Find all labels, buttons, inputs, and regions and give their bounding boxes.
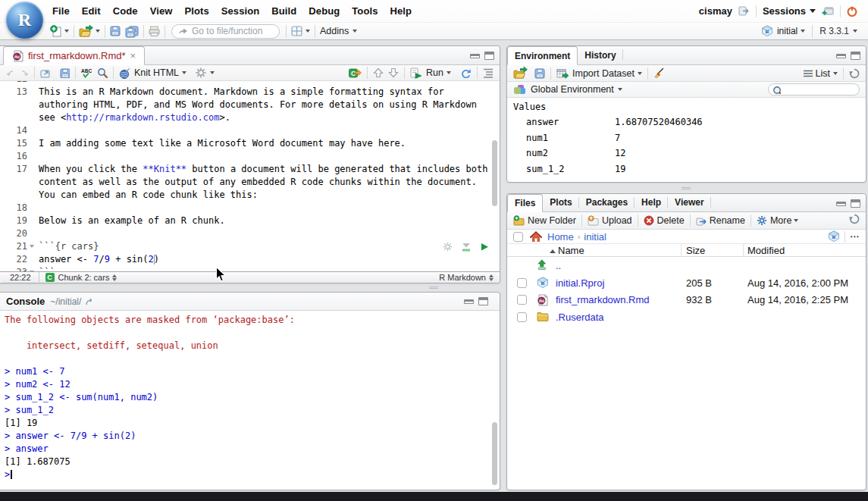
minimize-console-icon[interactable]	[464, 299, 474, 304]
row-checkbox[interactable]	[517, 295, 527, 305]
popout-icon[interactable]	[40, 67, 51, 78]
import-dataset-icon[interactable]	[556, 68, 569, 79]
run-button[interactable]: Run	[426, 67, 443, 78]
menu-view[interactable]: View	[144, 5, 179, 17]
forward-icon[interactable]	[20, 70, 29, 77]
open-file-icon[interactable]	[79, 26, 91, 37]
minimize-files-icon[interactable]	[836, 202, 846, 206]
file-name[interactable]: .Ruserdata	[556, 312, 604, 323]
file-row-initial.Rproj[interactable]: initial.Rproj205 BAug 14, 2016, 2:00 PM	[507, 274, 866, 292]
column-name[interactable]: Name	[558, 245, 584, 256]
refresh-environment-icon[interactable]	[849, 68, 860, 79]
new-file-icon[interactable]	[50, 25, 61, 37]
column-size[interactable]: Size	[686, 245, 705, 256]
clear-workspace-icon[interactable]	[653, 67, 665, 79]
pane-layout-caret-icon[interactable]	[306, 30, 310, 33]
more-caret-icon[interactable]	[794, 219, 798, 222]
delete-button[interactable]: Delete	[657, 215, 685, 226]
more-icon[interactable]	[757, 215, 767, 226]
tab-viewer[interactable]: Viewer	[668, 193, 710, 211]
horizontal-splitter-left[interactable]	[429, 287, 438, 287]
list-view-button[interactable]: List	[816, 68, 830, 79]
r-version-selector[interactable]: R 3.3.1	[819, 26, 849, 36]
fold-arrow-icon[interactable]	[30, 245, 34, 248]
knit-caret-icon[interactable]	[182, 71, 186, 74]
chunk-selector[interactable]: Chunk 2: cars	[58, 273, 110, 282]
console-output[interactable]: The following objects are masked from ‘p…	[0, 311, 500, 490]
environment-scope-selector[interactable]: Global Environment	[531, 84, 614, 95]
project-selector[interactable]: initial	[777, 26, 797, 36]
print-icon[interactable]	[149, 26, 160, 36]
tab-packages[interactable]: Packages	[579, 193, 635, 211]
menu-session[interactable]: Session	[215, 5, 266, 17]
run-chunk-icon[interactable]	[480, 243, 489, 252]
sign-out-icon[interactable]	[738, 6, 750, 16]
addins-menu[interactable]: Addins	[320, 26, 349, 36]
run-icon[interactable]	[410, 67, 423, 79]
environment-row-num1[interactable]: num17	[507, 130, 866, 146]
editor[interactable]: 1213This is an R Markdown document. Mark…	[0, 81, 500, 271]
source-menu-icon[interactable]	[483, 67, 494, 79]
goto-file-function-input[interactable]: Go to file/function	[171, 24, 280, 39]
load-workspace-icon[interactable]	[513, 67, 525, 79]
tab-close-icon[interactable]: ×	[130, 50, 136, 61]
editor-scrollbar[interactable]	[492, 140, 497, 206]
document-options-icon[interactable]	[196, 67, 206, 78]
project-cube-icon[interactable]	[828, 230, 840, 243]
upload-icon[interactable]	[588, 215, 599, 226]
open-recent-caret-icon[interactable]	[96, 30, 100, 33]
tab-files[interactable]: Files	[507, 194, 543, 212]
tab-plots[interactable]: Plots	[543, 193, 578, 211]
upload-button[interactable]: Upload	[602, 215, 632, 226]
chunk-options-icon[interactable]	[443, 242, 453, 252]
environment-row-sum_1_2[interactable]: sum_1_219	[507, 161, 866, 177]
rerun-icon[interactable]	[460, 68, 472, 78]
breadcrumb-home[interactable]: Home	[547, 231, 574, 243]
file-row-first_rmarkdown.Rmd[interactable]: first_rmarkdown.Rmd932 BAug 14, 2016, 2:…	[507, 291, 866, 308]
tab-help[interactable]: Help	[635, 193, 668, 211]
menu-code[interactable]: Code	[107, 5, 144, 17]
menu-help[interactable]: Help	[384, 5, 418, 17]
run-caret-icon[interactable]	[447, 71, 451, 74]
tab-history[interactable]: History	[578, 45, 622, 64]
save-icon[interactable]	[60, 68, 70, 78]
import-dataset-button[interactable]: Import Dataset	[572, 68, 635, 79]
tab-first-rmarkdown[interactable]: first_rmarkdown.Rmd* ×	[3, 46, 145, 65]
quit-session-icon[interactable]	[847, 6, 857, 17]
knit-button[interactable]: Knit HTML	[134, 67, 179, 78]
more-button[interactable]: More	[770, 215, 791, 226]
save-icon[interactable]	[110, 26, 121, 36]
file-name[interactable]: first_rmarkdown.Rmd	[556, 294, 650, 305]
menu-tools[interactable]: Tools	[346, 5, 384, 17]
maximize-environment-icon[interactable]	[851, 52, 860, 60]
console-scrollbar[interactable]	[492, 422, 497, 485]
spellcheck-icon[interactable]	[81, 67, 92, 78]
refresh-files-icon[interactable]	[849, 214, 860, 224]
back-icon[interactable]	[6, 70, 15, 77]
menu-debug[interactable]: Debug	[302, 5, 346, 17]
new-folder-button[interactable]: New Folder	[528, 215, 576, 226]
console-popout-icon[interactable]	[86, 298, 93, 305]
pane-layout-icon[interactable]	[291, 26, 302, 36]
run-chunks-above-icon[interactable]	[461, 243, 472, 252]
save-all-icon[interactable]	[125, 26, 139, 37]
menu-build[interactable]: Build	[265, 5, 302, 17]
minimize-source-icon[interactable]	[470, 54, 480, 58]
maximize-source-icon[interactable]	[484, 52, 494, 60]
next-chunk-icon[interactable]	[388, 67, 399, 78]
mode-selector[interactable]: R Markdown	[439, 273, 486, 282]
new-session-icon[interactable]	[822, 6, 834, 16]
knit-icon[interactable]	[119, 67, 131, 79]
save-workspace-icon[interactable]	[534, 68, 545, 79]
environment-row-answer[interactable]: answer1.68707520460346	[507, 114, 866, 130]
find-replace-icon[interactable]	[97, 67, 108, 78]
sessions-menu[interactable]: Sessions	[763, 5, 806, 17]
home-icon[interactable]	[530, 231, 542, 243]
row-checkbox[interactable]	[517, 312, 527, 322]
sort-ascending-icon[interactable]	[550, 249, 556, 253]
file-name[interactable]: initial.Rproj	[556, 277, 604, 289]
environment-row-num2[interactable]: num212	[507, 146, 866, 161]
import-dataset-caret-icon[interactable]	[638, 72, 642, 75]
new-file-caret-icon[interactable]	[64, 30, 69, 33]
list-view-icon[interactable]	[803, 69, 813, 78]
